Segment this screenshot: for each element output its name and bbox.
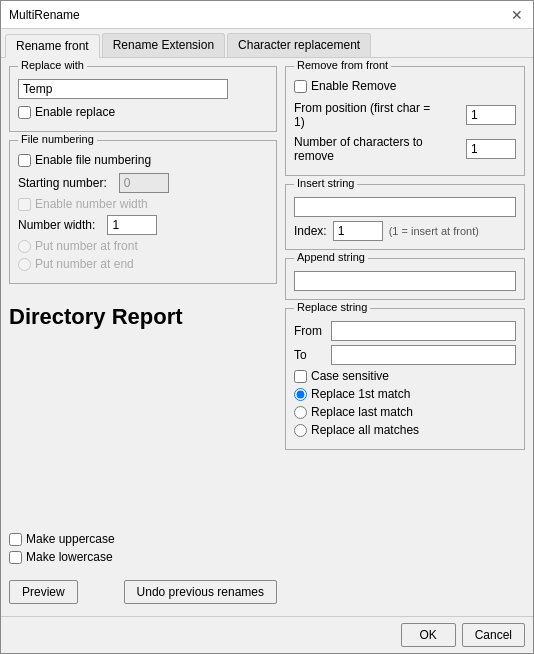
append-string-input[interactable] <box>294 271 516 291</box>
close-button[interactable]: ✕ <box>509 7 525 23</box>
bottom-buttons: Preview Undo previous renames <box>9 580 277 608</box>
replace-1st-radio[interactable] <box>294 388 307 401</box>
make-uppercase-checkbox[interactable] <box>9 533 22 546</box>
enable-replace-label: Enable replace <box>35 105 115 119</box>
from-pos-input[interactable] <box>466 105 516 125</box>
replace-last-radio[interactable] <box>294 406 307 419</box>
index-hint: (1 = insert at front) <box>389 225 479 237</box>
tab-rename-extension[interactable]: Rename Extension <box>102 33 225 57</box>
main-window: MultiRename ✕ Rename front Rename Extens… <box>0 0 534 654</box>
ok-button[interactable]: OK <box>401 623 456 647</box>
right-panel: Remove from front Enable Remove From pos… <box>285 66 525 608</box>
insert-string-group: Insert string Index: (1 = insert at fron… <box>285 184 525 250</box>
replace-with-label: Replace with <box>18 59 87 71</box>
put-number-end-radio[interactable] <box>18 258 31 271</box>
enable-replace-checkbox[interactable] <box>18 106 31 119</box>
file-numbering-group: File numbering Enable file numbering Sta… <box>9 140 277 284</box>
from-pos-label: From position (first char = 1) <box>294 101 444 129</box>
num-chars-label: Number of characters to remove <box>294 135 444 163</box>
enable-remove-checkbox[interactable] <box>294 80 307 93</box>
number-width-input[interactable] <box>107 215 157 235</box>
replace-string-group: Replace string From To Case sensitive <box>285 308 525 450</box>
case-sensitive-label[interactable]: Case sensitive <box>294 369 389 383</box>
replace-with-input[interactable] <box>18 79 228 99</box>
insert-string-label: Insert string <box>294 177 357 189</box>
replace-all-radio[interactable] <box>294 424 307 437</box>
replace-all-label[interactable]: Replace all matches <box>294 423 419 437</box>
title-bar: MultiRename ✕ <box>1 1 533 29</box>
enable-number-width-label[interactable]: Enable number width <box>18 197 148 211</box>
enable-file-numbering-label[interactable]: Enable file numbering <box>18 153 151 167</box>
tab-bar: Rename front Rename Extension Character … <box>1 29 533 58</box>
tab-character-replacement[interactable]: Character replacement <box>227 33 371 57</box>
preview-button[interactable]: Preview <box>9 580 78 604</box>
replace-from-input[interactable] <box>331 321 516 341</box>
tab-rename-front[interactable]: Rename front <box>5 34 100 58</box>
index-input[interactable] <box>333 221 383 241</box>
put-number-front-label[interactable]: Put number at front <box>18 239 138 253</box>
file-numbering-label: File numbering <box>18 133 97 145</box>
cancel-button[interactable]: Cancel <box>462 623 525 647</box>
left-panel: Replace with Enable replace File numberi… <box>9 66 277 608</box>
replace-string-label: Replace string <box>294 301 370 313</box>
make-lowercase-checkbox[interactable] <box>9 551 22 564</box>
number-width-label: Number width: <box>18 218 95 232</box>
case-sensitive-checkbox[interactable] <box>294 370 307 383</box>
num-chars-input[interactable] <box>466 139 516 159</box>
append-string-group: Append string <box>285 258 525 300</box>
footer: OK Cancel <box>1 616 533 653</box>
window-title: MultiRename <box>9 8 80 22</box>
make-uppercase-label[interactable]: Make uppercase <box>9 532 277 546</box>
main-content: Replace with Enable replace File numberi… <box>1 58 533 616</box>
replace-with-group: Replace with Enable replace <box>9 66 277 132</box>
make-lowercase-label[interactable]: Make lowercase <box>9 550 277 564</box>
put-number-end-label[interactable]: Put number at end <box>18 257 134 271</box>
remove-from-front-label: Remove from front <box>294 59 391 71</box>
replace-to-input[interactable] <box>331 345 516 365</box>
starting-number-label: Starting number: <box>18 176 107 190</box>
remove-from-front-group: Remove from front Enable Remove From pos… <box>285 66 525 176</box>
enable-remove-label[interactable]: Enable Remove <box>294 79 396 93</box>
put-number-front-radio[interactable] <box>18 240 31 253</box>
directory-report-title: Directory Report <box>9 300 277 334</box>
enable-number-width-checkbox[interactable] <box>18 198 31 211</box>
insert-string-input[interactable] <box>294 197 516 217</box>
append-string-label: Append string <box>294 251 368 263</box>
enable-replace-checkbox-label[interactable]: Enable replace <box>18 105 115 119</box>
from-label: From <box>294 324 329 338</box>
index-label: Index: <box>294 224 327 238</box>
bottom-checkboxes: Make uppercase Make lowercase <box>9 532 277 572</box>
starting-number-input[interactable] <box>119 173 169 193</box>
to-label: To <box>294 348 329 362</box>
directory-report-section: Directory Report <box>9 292 277 342</box>
replace-1st-label[interactable]: Replace 1st match <box>294 387 410 401</box>
replace-last-label[interactable]: Replace last match <box>294 405 413 419</box>
undo-button[interactable]: Undo previous renames <box>124 580 277 604</box>
enable-file-numbering-checkbox[interactable] <box>18 154 31 167</box>
